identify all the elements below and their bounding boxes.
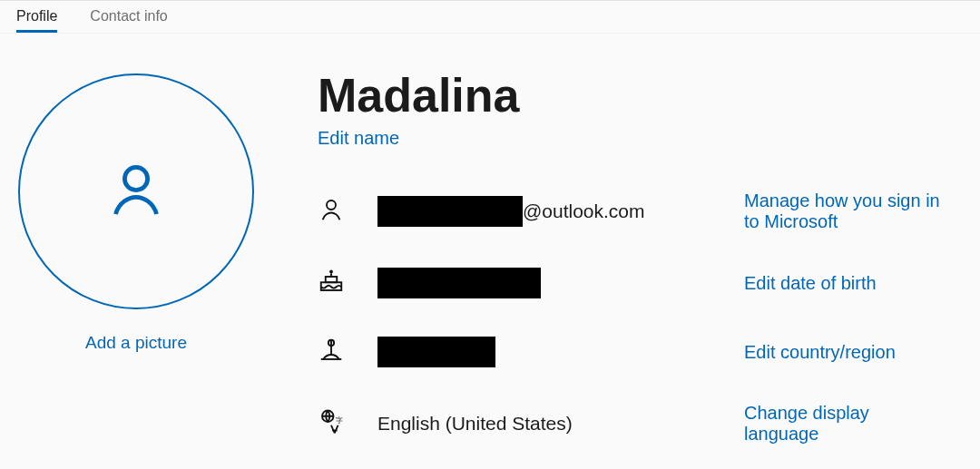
avatar-placeholder[interactable]: [18, 73, 254, 309]
edit-region-link[interactable]: Edit country/region: [744, 342, 962, 363]
svg-point-0: [124, 167, 147, 190]
content: Add a picture Madalina Edit name @outloo…: [0, 34, 980, 445]
row-region: Edit country/region: [318, 334, 962, 370]
profile-main: Madalina Edit name @outlook.com Manage: [272, 55, 962, 445]
add-picture-link[interactable]: Add a picture: [85, 333, 187, 353]
edit-dob-link[interactable]: Edit date of birth: [744, 273, 962, 294]
tab-profile[interactable]: Profile: [16, 6, 57, 33]
tabbar: Profile Contact info: [0, 0, 980, 34]
email-redacted: [377, 196, 523, 227]
tab-contact-info[interactable]: Contact info: [90, 6, 167, 33]
birthday-icon: [318, 268, 345, 298]
svg-point-1: [327, 200, 336, 210]
display-name: Madalina: [318, 68, 962, 122]
svg-point-5: [330, 270, 332, 272]
avatar-column: Add a picture: [0, 55, 272, 445]
edit-name-link[interactable]: Edit name: [318, 128, 399, 149]
svg-rect-3: [326, 277, 338, 282]
svg-text:字: 字: [336, 416, 343, 425]
row-dob: Edit date of birth: [318, 265, 962, 301]
manage-signin-link[interactable]: Manage how you sign in to Microsoft: [744, 191, 962, 232]
row-language: 字 English (United States) Change display…: [318, 403, 962, 445]
row-email: @outlook.com Manage how you sign in to M…: [318, 191, 962, 232]
language-value: English (United States): [377, 413, 573, 435]
region-redacted: [377, 337, 495, 367]
person-icon: [318, 196, 345, 227]
change-language-link[interactable]: Change display language: [744, 403, 962, 445]
profile-rows: @outlook.com Manage how you sign in to M…: [318, 191, 962, 445]
region-icon: [318, 337, 345, 367]
person-icon: [103, 157, 169, 226]
email-suffix: @outlook.com: [523, 200, 645, 222]
language-icon: 字: [318, 408, 345, 439]
dob-redacted: [377, 268, 541, 298]
